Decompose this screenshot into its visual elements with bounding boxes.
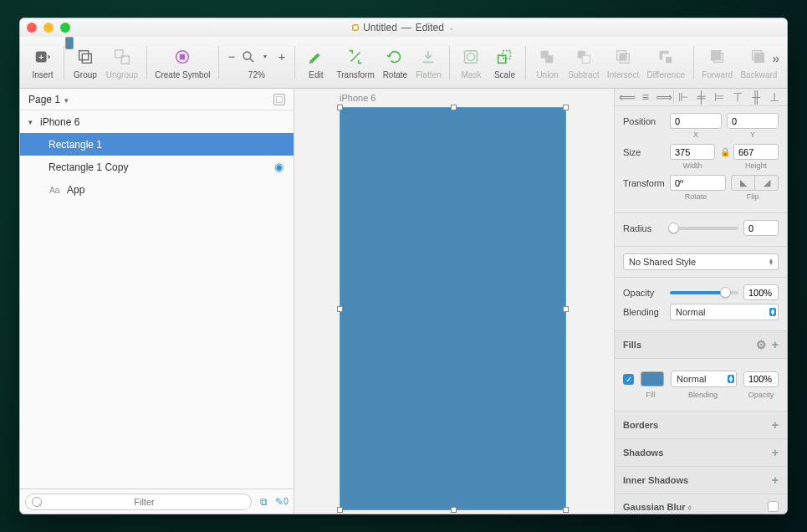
subtract-icon [572, 46, 595, 68]
add-icon[interactable]: + [772, 473, 779, 487]
toolbar-overflow-button[interactable]: ›› [773, 52, 779, 65]
resize-handle[interactable] [337, 306, 343, 312]
radius-section: Radius [615, 213, 787, 247]
align-top-button[interactable]: ⊤ [728, 89, 747, 105]
svg-rect-18 [711, 50, 720, 59]
pages-icon[interactable] [273, 94, 285, 105]
inspector-panel: ⟸ ≡ ⟹ ⊩ ╪ ⊨ ⊤ ╫ ⊥ Position XY Size � [614, 89, 787, 514]
fills-header[interactable]: Fills⚙+ [615, 331, 787, 359]
resize-handle[interactable] [563, 105, 569, 110]
magnifier-icon[interactable] [241, 48, 256, 66]
intersect-button[interactable]: Intersect [604, 44, 642, 81]
resize-handle[interactable] [451, 105, 457, 110]
align-hcenter-button[interactable]: ╪ [692, 89, 711, 105]
blur-checkbox[interactable] [768, 501, 779, 512]
add-icon[interactable]: + [772, 338, 779, 351]
filter-input[interactable] [25, 494, 252, 510]
chevron-down-icon[interactable]: ▾ [258, 48, 273, 66]
svg-point-7 [181, 54, 186, 59]
pages-filter-icon[interactable]: ⧉ [257, 495, 270, 509]
resize-handle[interactable] [337, 507, 343, 513]
page-selector[interactable]: Page 1 ▾ [20, 89, 294, 110]
forward-button[interactable]: Forward [699, 44, 736, 81]
align-left-button[interactable]: ⟸ [618, 89, 636, 105]
ungroup-icon [110, 46, 134, 68]
height-input[interactable] [733, 144, 779, 160]
radius-input[interactable] [743, 220, 779, 236]
blur-header[interactable]: Gaussian Blur ◊ [615, 494, 787, 514]
position-y-input[interactable] [727, 113, 779, 129]
layers-panel: Page 1 ▾ ▾iPhone 6 Rectangle 1 Rectangle… [20, 89, 294, 514]
align-right-button[interactable]: ⟹ [655, 89, 673, 105]
width-input[interactable] [670, 144, 715, 160]
canvas[interactable]: iPhone 6 [294, 89, 614, 514]
layer-row[interactable]: Rectangle 1 [20, 133, 294, 156]
add-icon[interactable]: + [772, 418, 779, 432]
flip-v-button[interactable]: ◢ [755, 176, 778, 190]
inner-shadows-header[interactable]: Inner Shadows+ [615, 467, 787, 494]
layer-row[interactable]: Rectangle 1 Copy◉ [20, 156, 294, 178]
align-edge-left-button[interactable]: ⊩ [674, 89, 692, 105]
chevron-down-icon[interactable]: ⌄ [448, 23, 455, 32]
zoom-out-button[interactable]: − [224, 48, 239, 66]
fills-section: ✓ Normal▴▾ FillBlendingOpacity [615, 359, 787, 412]
zoom-in-button[interactable]: + [274, 48, 289, 66]
flatten-button[interactable]: Flatten [412, 44, 444, 81]
fill-opacity-input[interactable] [743, 371, 779, 387]
blending-select[interactable]: Normal▴▾ [670, 304, 779, 320]
radius-slider[interactable] [670, 227, 738, 230]
layer-row[interactable]: AaApp [20, 178, 294, 201]
svg-rect-20 [755, 53, 764, 62]
flip-h-button[interactable]: ◣ [732, 176, 755, 190]
slice-filter-icon[interactable]: ✎0 [275, 495, 289, 509]
resize-handle[interactable] [563, 507, 569, 513]
rotate-input[interactable] [670, 175, 726, 191]
difference-icon [654, 46, 677, 68]
rotate-button[interactable]: Rotate [379, 44, 411, 81]
titlebar: Untitled — Edited ⌄ [20, 18, 787, 37]
shadows-header[interactable]: Shadows+ [615, 439, 787, 467]
artboard-label[interactable]: iPhone 6 [340, 93, 375, 103]
resize-handle[interactable] [563, 306, 569, 312]
backward-icon [747, 46, 770, 68]
fill-swatch[interactable] [641, 371, 664, 386]
insert-button[interactable]: + Insert [27, 44, 59, 81]
svg-rect-13 [582, 55, 590, 63]
transform-button[interactable]: Transform [334, 44, 378, 81]
align-center-button[interactable]: ≡ [636, 89, 655, 105]
create-symbol-button[interactable]: Create Symbol [152, 44, 213, 81]
union-button[interactable]: Union [531, 44, 563, 81]
align-edge-right-button[interactable]: ⊨ [710, 89, 728, 105]
selected-rectangle[interactable] [340, 107, 566, 510]
fill-checkbox[interactable]: ✓ [623, 374, 634, 385]
lock-icon[interactable]: 🔒 [720, 147, 728, 156]
shared-style-select[interactable]: No Shared Style▴▾ [623, 253, 779, 270]
mask-button[interactable]: Mask [455, 44, 487, 81]
scale-button[interactable]: Scale [488, 44, 520, 81]
align-vcenter-button[interactable]: ╫ [747, 89, 765, 105]
edit-button[interactable]: Edit [300, 44, 332, 81]
visibility-icon[interactable]: ◉ [274, 161, 283, 173]
subtract-button[interactable]: Subtract [564, 44, 602, 81]
resize-handle[interactable] [337, 105, 343, 110]
gear-icon[interactable]: ⚙ [756, 338, 767, 351]
align-bottom-button[interactable]: ⊥ [765, 89, 784, 105]
opacity-slider[interactable] [670, 291, 738, 294]
svg-rect-2 [79, 50, 89, 59]
ungroup-button[interactable]: Ungroup [103, 44, 141, 81]
add-icon[interactable]: + [772, 446, 779, 459]
fill-blend-select[interactable]: Normal▴▾ [671, 371, 737, 387]
scale-icon [493, 46, 516, 68]
artboard-row[interactable]: ▾iPhone 6 [20, 110, 294, 133]
rotate-icon [383, 46, 406, 68]
group-button[interactable]: Group [69, 44, 101, 81]
toolbar: + Insert Group Ungroup Create Symbol − ▾… [20, 37, 787, 89]
borders-header[interactable]: Borders+ [615, 412, 787, 439]
resize-handle[interactable] [451, 507, 457, 513]
opacity-input[interactable] [743, 284, 779, 300]
svg-text:+: + [38, 51, 43, 61]
app-window: Untitled — Edited ⌄ + Insert Group Ungro… [19, 18, 788, 514]
opacity-section: Opacity Blending Normal▴▾ [615, 278, 787, 331]
position-x-input[interactable] [670, 113, 722, 129]
difference-button[interactable]: Difference [644, 44, 688, 81]
